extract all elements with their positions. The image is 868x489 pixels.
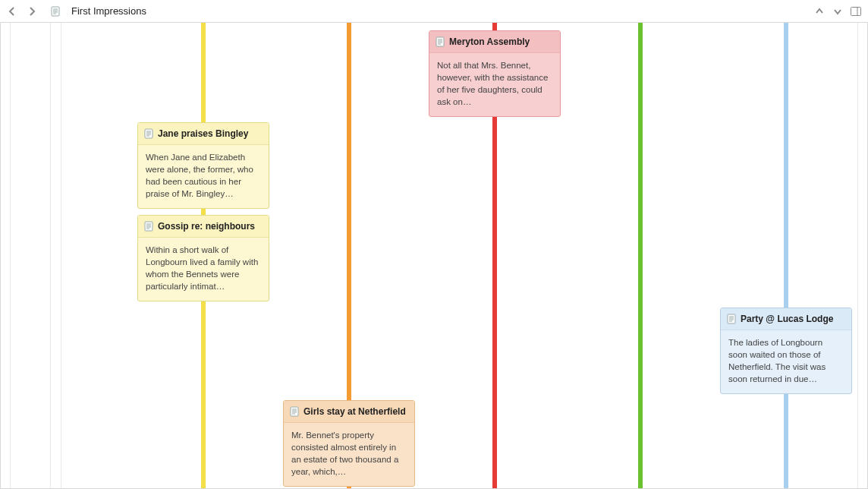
card-jane-praises[interactable]: Jane praises BingleyWhen Jane and Elizab… bbox=[137, 122, 269, 209]
card-header[interactable]: Meryton Assembly bbox=[429, 31, 560, 53]
card-body: Within a short walk of Longbourn lived a… bbox=[138, 238, 269, 300]
svg-rect-22 bbox=[436, 37, 444, 46]
card-title: Meryton Assembly bbox=[449, 36, 530, 48]
guide-line bbox=[50, 23, 51, 488]
card-title: Party @ Lucas Lodge bbox=[741, 313, 833, 325]
guide-line bbox=[61, 23, 61, 488]
document-icon bbox=[727, 314, 736, 324]
panel-toggle-button[interactable] bbox=[850, 6, 862, 17]
card-header[interactable]: Jane praises Bingley bbox=[138, 123, 269, 145]
document-icon bbox=[144, 221, 153, 232]
card-title: Girls stay at Netherfield bbox=[303, 405, 406, 418]
page-title: First Impressions bbox=[71, 5, 146, 17]
card-meryton[interactable]: Meryton AssemblyNot all that Mrs. Bennet… bbox=[429, 30, 561, 117]
card-title: Jane praises Bingley bbox=[158, 128, 248, 140]
svg-rect-5 bbox=[851, 7, 861, 15]
next-chevron-button[interactable] bbox=[832, 5, 844, 17]
card-body: Not all that Mrs. Bennet, however, with … bbox=[429, 53, 560, 115]
card-header[interactable]: Party @ Lucas Lodge bbox=[721, 308, 851, 330]
card-header[interactable]: Gossip re: neighbours bbox=[138, 216, 269, 238]
card-body: Mr. Bennet's property consisted almost e… bbox=[284, 423, 414, 485]
nav-back-button[interactable] bbox=[6, 5, 18, 17]
svg-rect-12 bbox=[145, 222, 153, 231]
document-icon bbox=[436, 36, 445, 47]
nav-forward-button[interactable] bbox=[26, 5, 38, 17]
lane-blue[interactable] bbox=[784, 23, 788, 488]
card-girls-netherfield[interactable]: Girls stay at NetherfieldMr. Bennet's pr… bbox=[283, 400, 415, 487]
lane-green[interactable] bbox=[638, 23, 643, 488]
card-gossip[interactable]: Gossip re: neighboursWithin a short walk… bbox=[137, 215, 269, 301]
card-title: Gossip re: neighbours bbox=[158, 220, 255, 232]
document-icon bbox=[144, 128, 153, 139]
card-body: The ladies of Longbourn soon waited on t… bbox=[721, 330, 851, 393]
toolbar: First Impressions bbox=[0, 0, 868, 23]
card-lucas-party[interactable]: Party @ Lucas LodgeThe ladies of Longbou… bbox=[720, 308, 852, 394]
timeline-canvas[interactable]: Jane praises BingleyWhen Jane and Elizab… bbox=[0, 23, 868, 489]
timeline-inner: Jane praises BingleyWhen Jane and Elizab… bbox=[10, 23, 858, 488]
svg-rect-17 bbox=[291, 407, 298, 416]
toolbar-left: First Impressions bbox=[6, 5, 146, 17]
svg-rect-0 bbox=[52, 7, 59, 16]
card-body: When Jane and Elizabeth were alone, the … bbox=[138, 145, 269, 207]
svg-rect-27 bbox=[728, 314, 735, 323]
card-header[interactable]: Girls stay at Netherfield bbox=[284, 401, 414, 423]
svg-rect-7 bbox=[145, 129, 153, 138]
document-icon bbox=[290, 406, 299, 417]
prev-chevron-button[interactable] bbox=[813, 5, 826, 17]
document-icon bbox=[50, 5, 61, 17]
toolbar-right bbox=[813, 5, 862, 17]
